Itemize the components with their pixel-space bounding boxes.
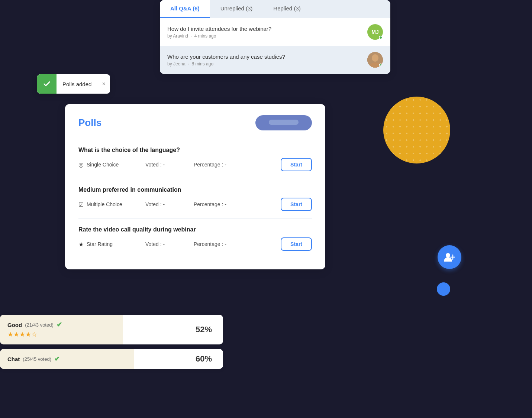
svg-rect-3 xyxy=(269,120,299,125)
add-person-button[interactable] xyxy=(438,245,461,269)
poll-percentage-1: Percentage : - xyxy=(194,162,235,168)
check-icon-2: ✔ xyxy=(54,355,60,363)
qa-question-content-2: Who are your customers and any case stud… xyxy=(167,54,285,67)
avatar-1: MJ xyxy=(367,24,383,40)
polls-added-toast: Polls added × xyxy=(37,74,110,94)
voted-info-2: (25/45 voted) xyxy=(23,356,51,362)
poll-voted-3: Voted : - xyxy=(145,241,179,247)
poll-voted-2: Voted : - xyxy=(145,201,179,207)
qa-question-meta-2: by Jeena · 8 mins ago xyxy=(167,61,285,67)
qa-question-text-2: Who are your customers and any case stud… xyxy=(167,54,285,60)
poll-start-button-1[interactable]: Start xyxy=(281,158,312,171)
toast-check-icon xyxy=(37,74,57,94)
polls-add-button[interactable] xyxy=(255,115,312,130)
online-indicator-1 xyxy=(379,36,383,39)
polls-header: Polls xyxy=(78,115,312,130)
qa-question-2: Who are your customers and any case stud… xyxy=(160,46,390,74)
svg-point-4 xyxy=(446,253,450,257)
qa-tabs: All Q&A (6) Unreplied (3) Replied (3) xyxy=(160,0,390,18)
polls-title: Polls xyxy=(78,117,101,129)
single-choice-icon: ◎ xyxy=(78,161,84,168)
poll-percentage-2: Percentage : - xyxy=(194,201,235,207)
poll-meta-1: ◎ Single Choice Voted : - Percentage : -… xyxy=(78,158,312,171)
poll-percentage-3: Percentage : - xyxy=(194,241,235,247)
tab-all-qa[interactable]: All Q&A (6) xyxy=(160,0,210,18)
result-percent-2: 60% xyxy=(184,354,223,364)
poll-type-3: ★ Star Rating xyxy=(78,241,130,248)
result-label-2: Chat (25/45 voted) ✔ xyxy=(7,355,60,363)
result-stars-1: ★★★★☆ xyxy=(7,330,37,338)
result-bar-fill-1: Good (21/43 voted) ✔ ★★★★☆ xyxy=(0,315,123,344)
multiple-choice-icon: ☑ xyxy=(78,201,84,208)
tab-replied[interactable]: Replied (3) xyxy=(263,0,311,18)
poll-start-button-3[interactable]: Start xyxy=(281,237,312,251)
avatar-2 xyxy=(367,52,383,68)
svg-point-1 xyxy=(372,54,378,62)
poll-question-3: Rate the video call quality during webin… xyxy=(78,226,312,233)
star-rating-icon: ★ xyxy=(78,241,84,248)
poll-type-2: ☑ Multiple Choice xyxy=(78,201,130,208)
check-icon-1: ✔ xyxy=(57,321,62,329)
poll-item-1: What is the choice of the language? ◎ Si… xyxy=(78,139,312,179)
qa-panel: All Q&A (6) Unreplied (3) Replied (3) Ho… xyxy=(160,0,390,74)
voted-info-1: (21/43 voted) xyxy=(25,322,54,328)
qa-question-1: How do I invite attendees for the webina… xyxy=(160,18,390,46)
poll-question-1: What is the choice of the language? xyxy=(78,147,312,153)
poll-item-3: Rate the video call quality during webin… xyxy=(78,219,312,258)
poll-type-1: ◎ Single Choice xyxy=(78,161,130,168)
qa-question-content-1: How do I invite attendees for the webina… xyxy=(167,26,271,39)
poll-item-2: Medium preferred in communication ☑ Mult… xyxy=(78,179,312,219)
toast-message: Polls added xyxy=(57,81,97,87)
poll-question-2: Medium preferred in communication xyxy=(78,187,312,193)
poll-start-button-2[interactable]: Start xyxy=(281,198,312,211)
qa-question-meta-1: by Aravind · 4 mins ago xyxy=(167,33,271,39)
result-label-1: Good (21/43 voted) ✔ xyxy=(7,321,62,329)
decorative-gold-circle xyxy=(383,97,450,163)
qa-question-text-1: How do I invite attendees for the webina… xyxy=(167,26,271,32)
tab-unreplied[interactable]: Unreplied (3) xyxy=(210,0,263,18)
toast-close-button[interactable]: × xyxy=(97,81,110,87)
polls-panel: Polls What is the choice of the language… xyxy=(65,104,325,269)
result-bar-1: Good (21/43 voted) ✔ ★★★★☆ 52% xyxy=(0,315,223,344)
poll-voted-1: Voted : - xyxy=(145,162,179,168)
result-bar-2: Chat (25/45 voted) ✔ 60% xyxy=(0,349,223,369)
result-bars: Good (21/43 voted) ✔ ★★★★☆ 52% Chat (25/… xyxy=(0,315,223,373)
poll-meta-3: ★ Star Rating Voted : - Percentage : - S… xyxy=(78,237,312,251)
decorative-small-blue-circle xyxy=(437,282,450,296)
result-percent-1: 52% xyxy=(184,325,223,334)
online-indicator-2 xyxy=(379,64,383,67)
poll-meta-2: ☑ Multiple Choice Voted : - Percentage :… xyxy=(78,198,312,211)
result-bar-fill-2: Chat (25/45 voted) ✔ xyxy=(0,349,134,369)
